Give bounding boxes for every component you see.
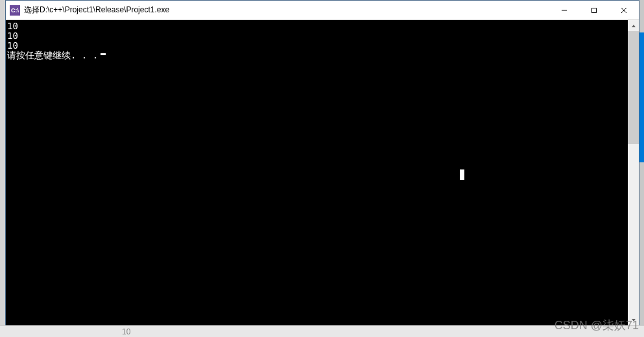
prompt-line: 请按任意键继续. . . [7, 51, 628, 60]
window-controls [549, 1, 639, 19]
maximize-button[interactable] [579, 1, 609, 19]
svg-marker-4 [632, 25, 636, 27]
output-line: 10 [7, 21, 628, 31]
scroll-down-button[interactable] [628, 314, 639, 325]
svg-rect-1 [592, 8, 597, 12]
scroll-up-button[interactable] [628, 20, 639, 31]
background-app-edge [639, 32, 644, 162]
prompt-text: 请按任意键继续. . . [7, 51, 98, 60]
console-output[interactable]: 10 10 10 请按任意键继续. . . [6, 20, 628, 325]
console-window: C:\ 选择D:\c++\Project1\Release\Project1.e… [5, 0, 639, 326]
minimize-button[interactable] [549, 1, 579, 19]
titlebar[interactable]: C:\ 选择D:\c++\Project1\Release\Project1.e… [6, 1, 639, 20]
window-title: 选择D:\c++\Project1\Release\Project1.exe [24, 5, 169, 16]
svg-marker-5 [632, 319, 636, 321]
vertical-scrollbar[interactable] [628, 20, 639, 325]
scroll-thumb[interactable] [628, 31, 639, 144]
background-number: 10 [122, 327, 130, 336]
console-area: 10 10 10 请按任意键继续. . . [6, 20, 639, 325]
background-taskbar [0, 325, 644, 337]
output-line: 10 [7, 41, 628, 51]
text-cursor-icon [101, 53, 106, 55]
app-icon: C:\ [10, 5, 20, 16]
mouse-cursor-icon [460, 169, 464, 180]
scroll-track[interactable] [628, 31, 639, 314]
close-button[interactable] [609, 1, 639, 19]
output-line: 10 [7, 31, 628, 41]
